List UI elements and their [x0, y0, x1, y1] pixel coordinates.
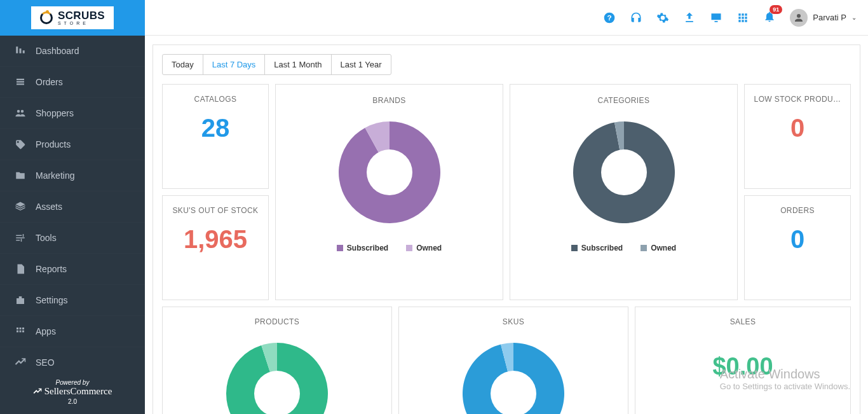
nav-label: Tools [36, 233, 57, 243]
tab-last-7-days[interactable]: Last 7 Days [203, 55, 266, 74]
sidebar-item-shoppers[interactable]: Shoppers [0, 98, 145, 129]
sidebar-item-reports[interactable]: Reports [0, 254, 145, 285]
footer-version: 2.0 [0, 398, 145, 405]
tab-today[interactable]: Today [163, 55, 203, 74]
logo[interactable]: SCRUBS STORE [31, 6, 114, 29]
dashboard-panel: TodayLast 7 DaysLast 1 MonthLast 1 Year … [153, 45, 860, 414]
nav-label: Apps [36, 326, 56, 336]
sidebar-item-seo[interactable]: SEO [0, 347, 145, 373]
sidebar-item-settings[interactable]: Settings [0, 285, 145, 316]
card-title: SKU'S OUT OF STOCK [163, 196, 268, 220]
card-title: SKUS [399, 307, 628, 331]
people-icon [14, 107, 27, 120]
card-value: 1,965 [163, 220, 268, 269]
avatar-icon [790, 9, 808, 27]
chevron-down-icon: ⌄ [851, 14, 857, 21]
chart-legend: Subscribed Owned [510, 244, 737, 252]
brands-donut-chart [339, 121, 440, 226]
card-title: CATALOGS [163, 85, 268, 109]
skus-donut-chart [463, 343, 564, 414]
sliders-icon [14, 231, 27, 244]
svg-point-2 [367, 149, 412, 195]
sidebar-item-products[interactable]: Products [0, 129, 145, 160]
chart-legend: Subscribed Owned [276, 244, 503, 252]
sidebar-item-dashboard[interactable]: Dashboard [0, 36, 145, 67]
notification-badge: 91 [770, 5, 782, 14]
card-orders[interactable]: ORDERS 0 [744, 195, 851, 300]
card-title: PRODUCTS [163, 307, 391, 331]
legend-swatch-icon [337, 245, 343, 251]
tag-icon [14, 138, 27, 151]
card-products[interactable]: PRODUCTS [162, 307, 392, 414]
help-icon[interactable]: ? [603, 11, 616, 24]
apps-grid-icon[interactable] [736, 11, 749, 24]
nav-label: Assets [36, 202, 62, 212]
list-icon [14, 76, 27, 88]
nav-label: SEO [36, 357, 55, 368]
tab-last-1-year[interactable]: Last 1 Year [332, 55, 391, 74]
legend-swatch-icon [641, 245, 647, 251]
main: ? 91 Parvati P ⌄ TodayLast 7 DaysLast 1 … [145, 0, 868, 414]
logo-header: SCRUBS STORE [0, 0, 145, 36]
card-title: CATEGORIES [510, 85, 737, 110]
categories-donut-chart [573, 121, 675, 226]
top-icons: ? 91 [603, 10, 776, 25]
grid-icon [14, 325, 27, 338]
card-sales[interactable]: SALES $0.00 [635, 307, 851, 414]
logo-sub: STORE [58, 21, 105, 25]
gear-icon[interactable] [656, 11, 669, 24]
period-tabs: TodayLast 7 DaysLast 1 MonthLast 1 Year [162, 54, 391, 75]
logo-mark-icon [40, 11, 53, 24]
card-low-stock[interactable]: LOW STOCK PRODU… 0 [744, 84, 851, 189]
card-brands[interactable]: BRANDS Subscribed Owned [275, 84, 503, 300]
monitor-icon[interactable] [710, 11, 722, 24]
card-title: SALES [635, 307, 850, 331]
powered-by-label: Powered by [0, 379, 145, 386]
medkit-icon [14, 294, 27, 307]
sidebar-item-assets[interactable]: Assets [0, 191, 145, 223]
doc-icon [14, 263, 27, 275]
sidebar-item-apps[interactable]: Apps [0, 316, 145, 347]
nav-label: Marketing [36, 170, 74, 181]
nav-label: Settings [36, 295, 68, 305]
stack-icon [14, 200, 27, 213]
sidebar-footer: Powered by SellersCommerce 2.0 [0, 373, 145, 414]
headset-icon[interactable] [630, 11, 642, 24]
content-scroll[interactable]: TodayLast 7 DaysLast 1 MonthLast 1 Year … [145, 36, 868, 414]
user-name: Parvati P [813, 13, 846, 22]
card-value: 28 [163, 109, 268, 158]
logo-name: SCRUBS [58, 10, 105, 22]
svg-text:?: ? [607, 13, 612, 22]
tab-last-1-month[interactable]: Last 1 Month [265, 55, 331, 74]
footer-brand: SellersCommerce [0, 386, 145, 397]
upload-icon[interactable] [683, 11, 696, 24]
folder-icon [14, 169, 27, 182]
card-categories[interactable]: CATEGORIES Subscribed Owned [510, 84, 738, 300]
products-donut-chart [226, 343, 328, 414]
card-catalogs[interactable]: CATALOGS 28 [162, 84, 269, 189]
sidebar-item-tools[interactable]: Tools [0, 223, 145, 254]
card-value: 0 [745, 220, 850, 269]
user-menu[interactable]: Parvati P ⌄ [790, 9, 857, 27]
card-title: LOW STOCK PRODU… [745, 85, 850, 109]
legend-swatch-icon [571, 245, 578, 251]
topbar: ? 91 Parvati P ⌄ [145, 0, 868, 36]
card-title: BRANDS [276, 85, 503, 110]
sidebar-item-orders[interactable]: Orders [0, 67, 145, 98]
trend-icon [14, 356, 27, 369]
card-value: 0 [745, 109, 850, 158]
sidebar: SCRUBS STORE DashboardOrdersShoppersProd… [0, 0, 145, 414]
bars-icon [14, 45, 27, 57]
nav-label: Dashboard [36, 46, 79, 56]
legend-swatch-icon [406, 245, 412, 251]
sidebar-item-marketing[interactable]: Marketing [0, 160, 145, 191]
svg-point-3 [601, 149, 647, 195]
nav-label: Products [36, 139, 71, 149]
card-skus[interactable]: SKUS [398, 307, 628, 414]
notifications-button[interactable]: 91 [763, 10, 776, 25]
nav-label: Shoppers [36, 108, 74, 118]
card-sku-out-of-stock[interactable]: SKU'S OUT OF STOCK 1,965 [162, 195, 269, 300]
nav-label: Orders [36, 77, 63, 87]
nav-label: Reports [36, 264, 67, 274]
nav: DashboardOrdersShoppersProductsMarketing… [0, 36, 145, 373]
